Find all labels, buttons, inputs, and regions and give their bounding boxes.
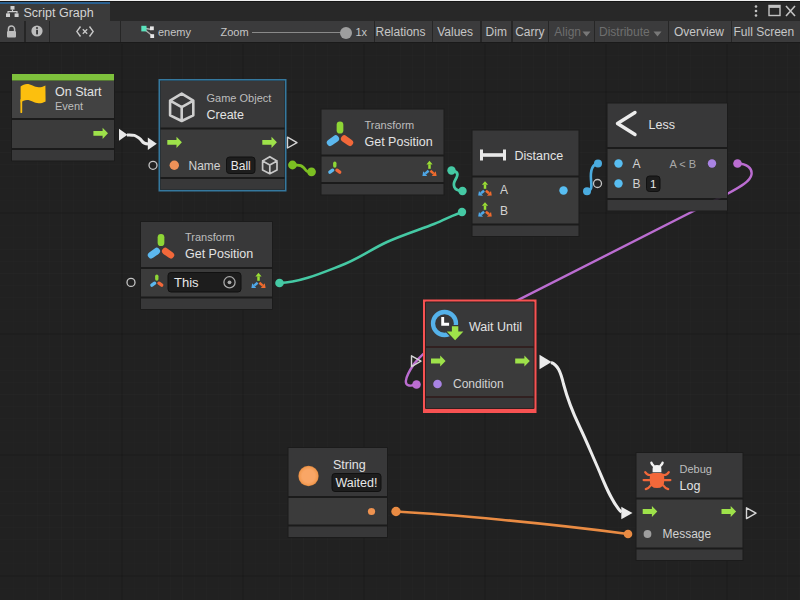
svg-text:Get Position: Get Position xyxy=(185,247,253,261)
svg-text:Distance: Distance xyxy=(515,149,564,163)
svg-text:A: A xyxy=(633,157,641,171)
svg-text:Wait Until: Wait Until xyxy=(469,320,522,334)
svg-text:Create: Create xyxy=(207,108,245,122)
svg-text:String: String xyxy=(333,458,366,472)
svg-text:Waited!: Waited! xyxy=(336,476,378,490)
svg-text:B: B xyxy=(633,177,641,191)
svg-text:Get Position: Get Position xyxy=(365,135,433,149)
svg-text:Name: Name xyxy=(189,159,221,173)
svg-text:A < B: A < B xyxy=(670,158,697,170)
svg-text:Game Object: Game Object xyxy=(207,92,272,104)
svg-text:A: A xyxy=(500,183,508,197)
svg-text:Log: Log xyxy=(680,479,701,493)
svg-text:On Start: On Start xyxy=(55,85,102,99)
svg-text:Transform: Transform xyxy=(185,231,235,243)
svg-text:Condition: Condition xyxy=(453,377,504,391)
svg-text:1: 1 xyxy=(650,178,656,190)
svg-text:This: This xyxy=(174,275,199,290)
svg-text:Message: Message xyxy=(663,527,712,541)
svg-text:Less: Less xyxy=(649,118,675,132)
svg-text:Debug: Debug xyxy=(680,463,712,475)
svg-text:Transform: Transform xyxy=(365,119,415,131)
svg-text:Ball: Ball xyxy=(231,159,251,173)
svg-text:Event: Event xyxy=(55,100,83,112)
svg-text:B: B xyxy=(500,204,508,218)
